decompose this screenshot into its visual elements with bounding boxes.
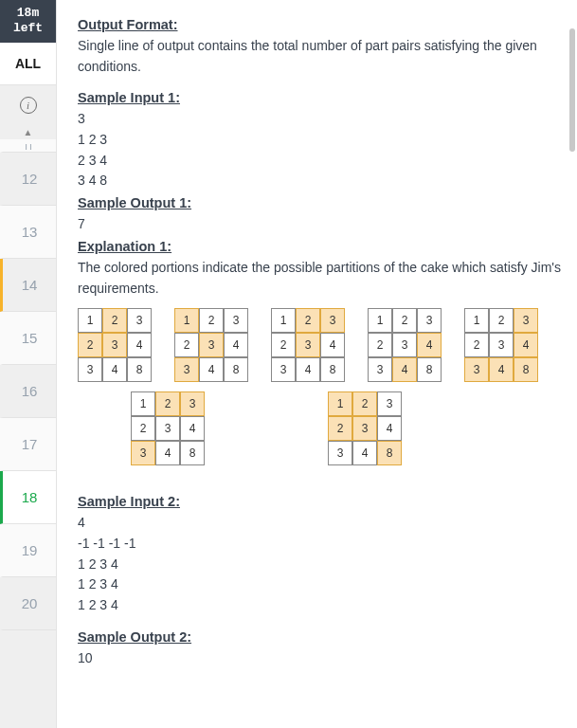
grid-cell: 2 (368, 333, 392, 357)
question-nav-item-17[interactable]: 17 (0, 418, 56, 471)
grid-cell: 8 (180, 441, 205, 465)
question-nav-item-20[interactable]: 20 (0, 577, 56, 630)
question-nav-item-18[interactable]: 18 (0, 471, 56, 524)
grid-cell: 4 (296, 357, 320, 382)
grid-cell: 4 (224, 333, 248, 357)
partition-grid: 123234348 (328, 391, 402, 465)
grid-cell: 2 (352, 391, 377, 416)
sample-output-2-header: Sample Output 2: (78, 629, 566, 645)
grid-cell: 3 (464, 357, 489, 382)
explanation-1-header: Explanation 1: (78, 239, 566, 254)
timer-time: 18m (0, 6, 56, 21)
sample-line: 1 2 3 (78, 130, 566, 151)
grid-cell: 4 (320, 333, 345, 357)
problem-statement-pane: Output Format: Single line of output con… (57, 0, 577, 728)
grid-cell: 1 (368, 308, 392, 333)
grid-cell: 4 (417, 333, 442, 357)
grid-cell: 3 (417, 308, 442, 333)
grid-cell: 2 (102, 308, 127, 333)
grid-cell: 1 (328, 391, 352, 416)
partition-grids-row-1: 1232343481232343481232343481232343481232… (78, 308, 566, 382)
sample-line: 7 (78, 214, 566, 235)
nav-up-arrow[interactable]: ▲ (0, 125, 56, 139)
grid-cell: 4 (127, 333, 152, 357)
grid-cell: 1 (131, 391, 155, 416)
grid-cell: 8 (127, 357, 152, 382)
question-nav-item-14[interactable]: 14 (0, 259, 56, 312)
grid-cell: 4 (392, 357, 417, 382)
sample-output-1-body: 7 (78, 214, 566, 235)
sample-input-2-body: 4-1 -1 -1 -11 2 3 41 2 3 41 2 3 4 (78, 513, 566, 615)
grid-cell: 3 (78, 357, 102, 382)
grid-cell: 4 (514, 333, 538, 357)
question-nav-item-12[interactable]: 12 (0, 153, 56, 206)
grid-cell: 2 (296, 308, 320, 333)
explanation-1-body: The colored portions indicate the possib… (78, 258, 566, 299)
sample-output-1-header: Sample Output 1: (78, 195, 566, 210)
grid-cell: 4 (155, 441, 180, 465)
grid-cell: 3 (127, 308, 152, 333)
partition-grid: 123234348 (464, 308, 538, 382)
sample-input-2-header: Sample Input 2: (78, 494, 566, 509)
sample-input-1-header: Sample Input 1: (78, 90, 566, 105)
sample-line: 3 4 8 (78, 171, 566, 191)
info-icon: i (20, 97, 37, 114)
question-nav-item-13[interactable]: 13 (0, 206, 56, 259)
question-nav-item-11[interactable]: ıı (0, 139, 56, 153)
grid-cell: 3 (102, 333, 127, 357)
grid-cell: 1 (174, 308, 199, 333)
grid-cell: 2 (392, 308, 417, 333)
grid-cell: 2 (489, 308, 514, 333)
scrollbar-thumb[interactable] (569, 28, 575, 152)
sample-output-2-body: 10 (78, 648, 566, 669)
grid-cell: 2 (131, 416, 155, 441)
partition-grids-row-2: 123234348123234348 (78, 391, 566, 465)
grid-cell: 4 (489, 357, 514, 382)
grid-cell: 4 (102, 357, 127, 382)
grid-cell: 2 (199, 308, 224, 333)
output-format-body: Single line of output contains the total… (78, 36, 566, 77)
grid-cell: 2 (328, 416, 352, 441)
grid-cell: 2 (174, 333, 199, 357)
output-format-header: Output Format: (78, 17, 566, 32)
grid-cell: 1 (271, 308, 296, 333)
timer-box: 18m left (0, 0, 56, 43)
grid-cell: 2 (271, 333, 296, 357)
all-questions-button[interactable]: ALL (0, 43, 56, 85)
grid-cell: 3 (368, 357, 392, 382)
grid-cell: 3 (328, 441, 352, 465)
sample-line: 1 2 3 4 (78, 595, 566, 616)
grid-cell: 8 (417, 357, 442, 382)
grid-cell: 3 (131, 441, 155, 465)
grid-cell: 3 (224, 308, 248, 333)
grid-cell: 3 (320, 308, 345, 333)
info-icon-wrap[interactable]: i (0, 85, 56, 125)
question-nav-list: ıı121314151617181920 (0, 139, 56, 630)
grid-cell: 3 (174, 357, 199, 382)
question-sidebar: 18m left ALL i ▲ ıı121314151617181920 (0, 0, 57, 728)
grid-cell: 3 (489, 333, 514, 357)
sample-line: 2 3 4 (78, 151, 566, 172)
grid-cell: 3 (296, 333, 320, 357)
grid-cell: 4 (352, 441, 377, 465)
sample-line: -1 -1 -1 -1 (78, 534, 566, 555)
sample-line: 1 2 3 4 (78, 555, 566, 575)
grid-cell: 3 (392, 333, 417, 357)
question-nav-item-15[interactable]: 15 (0, 312, 56, 365)
sample-line: 1 2 3 4 (78, 574, 566, 595)
partition-grid: 123234348 (78, 308, 152, 382)
grid-cell: 2 (155, 391, 180, 416)
sample-line: 4 (78, 513, 566, 534)
sample-line: 3 (78, 109, 566, 130)
grid-cell: 1 (78, 308, 102, 333)
grid-cell: 2 (78, 333, 102, 357)
grid-cell: 4 (377, 416, 402, 441)
grid-cell: 3 (155, 416, 180, 441)
question-nav-item-16[interactable]: 16 (0, 365, 56, 418)
question-nav-item-19[interactable]: 19 (0, 524, 56, 577)
sample-input-1-body: 31 2 32 3 43 4 8 (78, 109, 566, 191)
grid-cell: 8 (224, 357, 248, 382)
grid-cell: 4 (180, 416, 205, 441)
grid-cell: 2 (464, 333, 489, 357)
partition-grid: 123234348 (131, 391, 205, 465)
